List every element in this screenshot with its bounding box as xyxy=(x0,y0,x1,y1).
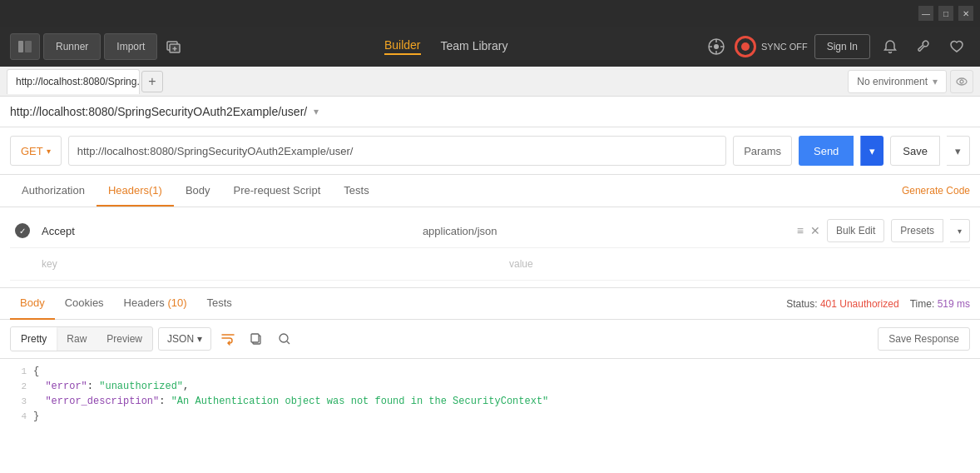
sign-in-button[interactable]: Sign In xyxy=(814,34,870,59)
time-label: Time: xyxy=(910,298,935,310)
nav-right: SYNC OFF Sign In xyxy=(705,33,970,60)
url-tab[interactable]: http://localhost:8080/Spring... ✕ xyxy=(7,69,140,94)
header-value-placeholder[interactable]: value xyxy=(502,253,970,275)
time-value: 519 ms xyxy=(938,298,970,310)
code-line-4: 4 } xyxy=(10,411,970,426)
format-preview-button[interactable]: Preview xyxy=(97,327,152,351)
svg-point-13 xyxy=(960,80,963,83)
nav-center: Builder Team Library xyxy=(191,38,701,55)
header-delete-button[interactable]: ✕ xyxy=(810,224,820,237)
bulk-edit-button[interactable]: Bulk Edit xyxy=(827,219,884,242)
header-value-accept: application/json xyxy=(416,225,797,237)
env-label: No environment xyxy=(857,76,928,87)
header-checkbox[interactable]: ✓ xyxy=(10,223,35,238)
title-bar: — □ ✕ xyxy=(0,0,980,27)
eye-button[interactable] xyxy=(950,70,973,93)
header-menu-button[interactable]: ≡ xyxy=(797,224,804,237)
new-tab-button[interactable] xyxy=(161,33,187,60)
header-actions: ≡ ✕ Bulk Edit Presets ▾ xyxy=(797,219,970,242)
notification-button[interactable] xyxy=(877,33,903,60)
svg-point-7 xyxy=(714,44,719,49)
send-button[interactable]: Send xyxy=(799,136,854,166)
line-number: 2 xyxy=(10,381,27,391)
presets-dropdown-button[interactable]: ▾ xyxy=(950,219,970,242)
request-section: GET ▾ Params Send ▾ Save ▾ xyxy=(0,127,980,175)
code-content: } xyxy=(33,411,39,422)
tab-pre-request[interactable]: Pre-request Script xyxy=(222,175,333,207)
sidebar-toggle[interactable] xyxy=(10,33,40,60)
close-button[interactable]: ✕ xyxy=(958,6,973,21)
svg-point-12 xyxy=(957,78,967,85)
format-pretty-button[interactable]: Pretty xyxy=(11,327,57,351)
resp-tab-tests[interactable]: Tests xyxy=(197,288,242,320)
response-section: Body Cookies Headers (10) Tests Status: … xyxy=(0,288,980,473)
code-line-3: 3 "error_description": "An Authenticatio… xyxy=(10,396,970,411)
wrench-button[interactable] xyxy=(910,33,937,60)
search-button[interactable] xyxy=(273,327,296,351)
minimize-button[interactable]: — xyxy=(918,6,933,21)
svg-rect-0 xyxy=(18,41,23,52)
url-bar-section: http://localhost:8080/SpringSecurityOAut… xyxy=(0,97,980,127)
code-content: "error": "unauthorized", xyxy=(33,381,189,392)
svg-point-16 xyxy=(280,334,288,342)
header-row-empty: key value xyxy=(10,248,970,281)
svg-rect-1 xyxy=(25,41,32,52)
checkmark-icon: ✓ xyxy=(15,223,30,238)
params-button[interactable]: Params xyxy=(733,136,792,166)
tab-body[interactable]: Body xyxy=(174,175,222,207)
line-number: 3 xyxy=(10,396,27,406)
method-button[interactable]: GET ▾ xyxy=(10,136,62,166)
tab-builder[interactable]: Builder xyxy=(384,38,421,55)
tab-authorization[interactable]: Authorization xyxy=(10,175,97,207)
resp-tab-cookies[interactable]: Cookies xyxy=(55,288,114,320)
chevron-down-icon: ▾ xyxy=(197,333,202,345)
json-format-label: JSON xyxy=(167,333,194,345)
json-format-select[interactable]: JSON ▾ xyxy=(158,327,211,351)
format-raw-button[interactable]: Raw xyxy=(57,327,97,351)
status-value: 401 Unauthorized xyxy=(820,298,899,310)
resp-tab-body[interactable]: Body xyxy=(10,288,55,320)
url-input[interactable] xyxy=(68,136,726,166)
save-response-button[interactable]: Save Response xyxy=(878,327,970,351)
save-dropdown-button[interactable]: ▾ xyxy=(947,136,970,166)
tab-team-library[interactable]: Team Library xyxy=(441,39,508,54)
sync-settings-icon[interactable] xyxy=(705,35,728,58)
request-tabs: Authorization Headers (1) Body Pre-reque… xyxy=(0,175,980,207)
heart-button[interactable] xyxy=(943,33,970,60)
status-label: Status: xyxy=(786,298,817,310)
save-button[interactable]: Save xyxy=(890,136,940,166)
tab-bar: http://localhost:8080/Spring... ✕ + No e… xyxy=(0,67,980,97)
tab-url: http://localhost:8080/Spring... xyxy=(16,76,140,87)
add-tab-button[interactable]: + xyxy=(141,71,163,92)
response-tabs-bar: Body Cookies Headers (10) Tests Status: … xyxy=(0,288,980,320)
tab-tests[interactable]: Tests xyxy=(332,175,380,207)
code-line-2: 2 "error": "unauthorized", xyxy=(10,381,970,396)
url-chevron-icon[interactable]: ▾ xyxy=(314,106,319,117)
generate-code-button[interactable]: Generate Code xyxy=(902,185,970,197)
import-button[interactable]: Import xyxy=(104,33,157,60)
code-view: 1 { 2 "error": "unauthorized", 3 "error_… xyxy=(0,359,980,473)
send-dropdown-button[interactable]: ▾ xyxy=(860,136,883,166)
top-nav: Runner Import Builder Team Library xyxy=(0,27,980,67)
tab-headers[interactable]: Headers (1) xyxy=(97,175,174,207)
header-key-accept: Accept xyxy=(35,225,416,237)
resp-tab-headers[interactable]: Headers (10) xyxy=(114,288,197,320)
wrap-button[interactable] xyxy=(216,327,240,351)
env-selector: No environment ▾ xyxy=(848,70,973,93)
sync-radio-icon[interactable] xyxy=(735,36,756,57)
copy-button[interactable] xyxy=(245,327,268,351)
env-dropdown[interactable]: No environment ▾ xyxy=(848,70,947,93)
header-key-placeholder[interactable]: key xyxy=(35,253,502,275)
code-line-1: 1 { xyxy=(10,366,970,381)
presets-button[interactable]: Presets xyxy=(891,219,943,242)
svg-line-17 xyxy=(287,341,290,344)
sync-off-label: SYNC OFF xyxy=(761,42,808,52)
main-content: http://localhost:8080/Spring... ✕ + No e… xyxy=(0,67,980,473)
line-number: 1 xyxy=(10,366,27,376)
response-toolbar: Pretty Raw Preview JSON ▾ xyxy=(0,320,980,359)
runner-button[interactable]: Runner xyxy=(43,33,101,60)
headers-table: ✓ Accept application/json ≡ ✕ Bulk Edit … xyxy=(0,207,980,288)
svg-rect-15 xyxy=(251,334,259,342)
maximize-button[interactable]: □ xyxy=(938,6,953,21)
header-row-accept: ✓ Accept application/json ≡ ✕ Bulk Edit … xyxy=(10,214,970,248)
